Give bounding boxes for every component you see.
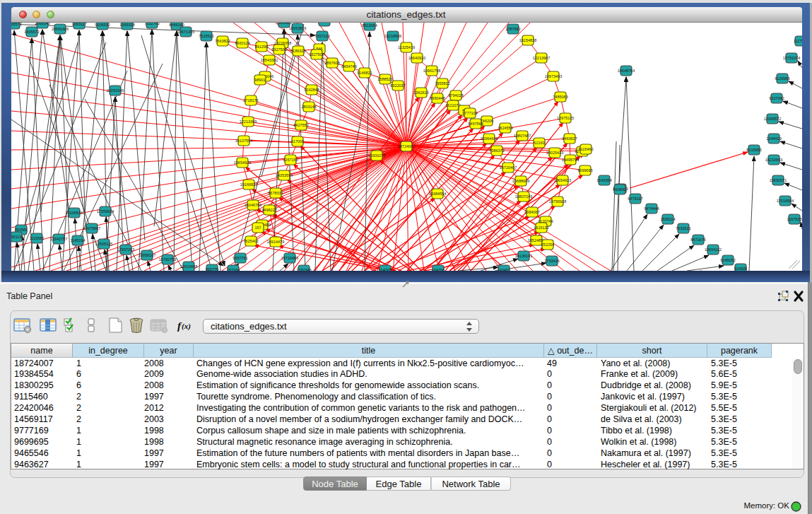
- svg-text:8215955: 8215955: [746, 148, 761, 152]
- svg-text:13300275: 13300275: [368, 153, 385, 158]
- svg-text:16046786: 16046786: [245, 203, 261, 207]
- svg-text:252254: 252254: [541, 243, 554, 247]
- svg-text:2867608: 2867608: [324, 61, 339, 65]
- svg-text:8678332: 8678332: [268, 191, 283, 195]
- svg-text:19166827: 19166827: [240, 182, 257, 187]
- svg-text:1362615: 1362615: [413, 90, 428, 95]
- svg-text:1244419: 1244419: [766, 136, 781, 141]
- svg-text:17016504: 17016504: [777, 199, 794, 203]
- svg-text:16543382: 16543382: [261, 58, 278, 62]
- svg-text:9106532: 9106532: [95, 23, 110, 27]
- svg-text:12975115: 12975115: [557, 116, 574, 120]
- svg-text:850581: 850581: [15, 228, 28, 232]
- svg-text:10975867: 10975867: [83, 226, 100, 230]
- svg-text:16107554: 16107554: [235, 139, 252, 143]
- svg-text:2087682: 2087682: [505, 27, 520, 31]
- svg-text:157: 157: [254, 226, 261, 230]
- svg-text:1093117: 1093117: [71, 23, 86, 26]
- svg-text:1167533: 1167533: [787, 217, 801, 221]
- svg-text:20206536: 20206536: [66, 211, 83, 215]
- svg-text:8813054: 8813054: [362, 23, 377, 28]
- svg-text:9474444: 9474444: [644, 206, 659, 211]
- svg-text:1640954: 1640954: [596, 178, 611, 182]
- svg-text:7632621: 7632621: [676, 226, 690, 230]
- svg-text:2718176: 2718176: [243, 98, 258, 103]
- svg-text:2935114: 2935114: [660, 217, 675, 221]
- svg-text:1621072: 1621072: [445, 103, 460, 107]
- svg-text:9327506: 9327506: [271, 47, 286, 52]
- svg-text:98901: 98901: [254, 78, 265, 82]
- svg-text:12505135: 12505135: [95, 242, 112, 246]
- svg-text:7485063: 7485063: [553, 95, 567, 99]
- svg-text:10973493: 10973493: [545, 74, 562, 78]
- svg-text:1065328: 1065328: [119, 23, 134, 27]
- svg-text:8660124: 8660124: [235, 41, 249, 45]
- svg-text:10807487: 10807487: [514, 134, 531, 138]
- svg-text:8471676: 8471676: [690, 238, 705, 242]
- svg-text:3624554: 3624554: [498, 126, 512, 130]
- svg-text:15716485: 15716485: [281, 256, 298, 260]
- svg-text:19384554: 19384554: [429, 192, 446, 196]
- svg-text:18724007: 18724007: [398, 144, 415, 148]
- svg-text:1605380: 1605380: [276, 23, 291, 25]
- svg-text:3267150: 3267150: [283, 158, 298, 162]
- svg-text:16210643: 16210643: [765, 158, 782, 162]
- svg-text:9794028: 9794028: [448, 93, 463, 98]
- svg-text:16782759: 16782759: [159, 257, 176, 262]
- svg-text:19756928: 19756928: [549, 199, 566, 204]
- svg-text:10961758: 10961758: [423, 69, 440, 73]
- svg-text:9657791: 9657791: [233, 256, 247, 260]
- svg-text:893892: 893892: [613, 187, 626, 192]
- svg-text:11325419: 11325419: [398, 45, 415, 49]
- svg-text:(x): (x): [182, 322, 191, 331]
- svg-text:9084067: 9084067: [524, 210, 539, 214]
- svg-text:14136141: 14136141: [515, 254, 532, 258]
- svg-text:16640910: 16640910: [408, 56, 425, 60]
- svg-text:19654923: 19654923: [554, 178, 571, 182]
- svg-text:7386372: 7386372: [489, 148, 504, 153]
- svg-text:9129966: 9129966: [775, 76, 789, 81]
- svg-text:10671355: 10671355: [177, 30, 194, 34]
- svg-text:1145194: 1145194: [70, 238, 85, 243]
- svg-text:16053809: 16053809: [289, 26, 306, 30]
- svg-text:9327508: 9327508: [309, 52, 324, 57]
- svg-text:1588520: 1588520: [377, 77, 392, 81]
- svg-text:8427552: 8427552: [293, 123, 308, 127]
- svg-text:17957253: 17957253: [117, 247, 134, 252]
- svg-text:9115460: 9115460: [578, 147, 593, 151]
- svg-text:10688609: 10688609: [512, 179, 529, 183]
- svg-text:9699695: 9699695: [577, 168, 592, 173]
- svg-text:891295: 891295: [255, 45, 268, 49]
- svg-text:12213369: 12213369: [240, 119, 257, 124]
- svg-text:10025433: 10025433: [546, 151, 563, 155]
- svg-text:1405572: 1405572: [24, 30, 39, 34]
- svg-text:17359924: 17359924: [97, 209, 114, 214]
- svg-text:10654112: 10654112: [705, 247, 722, 252]
- svg-text:9245052: 9245052: [720, 258, 735, 262]
- svg-text:2069140: 2069140: [35, 23, 49, 25]
- svg-text:8990448: 8990448: [430, 96, 445, 100]
- svg-text:12923468: 12923468: [180, 264, 197, 269]
- svg-text:88130: 88130: [319, 23, 329, 23]
- svg-text:7152760: 7152760: [144, 23, 159, 25]
- svg-text:39119: 39119: [11, 235, 21, 239]
- svg-text:18807249: 18807249: [515, 194, 532, 199]
- svg-text:20691406: 20691406: [52, 27, 69, 31]
- svg-text:1615132: 1615132: [534, 226, 548, 230]
- svg-text:15692971: 15692971: [770, 178, 787, 182]
- svg-text:16495796: 16495796: [562, 158, 579, 162]
- svg-text:7625402: 7625402: [243, 239, 258, 243]
- svg-text:16914479: 16914479: [267, 240, 284, 244]
- svg-text:1115682: 1115682: [30, 236, 45, 240]
- svg-text:12213967: 12213967: [533, 56, 550, 60]
- svg-text:9242848: 9242848: [304, 88, 319, 92]
- svg-text:20053346: 20053346: [107, 88, 124, 93]
- svg-text:14353594: 14353594: [276, 173, 293, 177]
- svg-text:417006: 417006: [291, 139, 304, 144]
- svg-text:16648764: 16648764: [618, 69, 635, 73]
- svg-text:8186328: 8186328: [290, 49, 305, 53]
- svg-text:9777109: 9777109: [462, 111, 477, 115]
- svg-text:2803144: 2803144: [301, 105, 316, 109]
- svg-text:19654925: 19654925: [234, 160, 251, 165]
- svg-text:3498222: 3498222: [261, 208, 276, 212]
